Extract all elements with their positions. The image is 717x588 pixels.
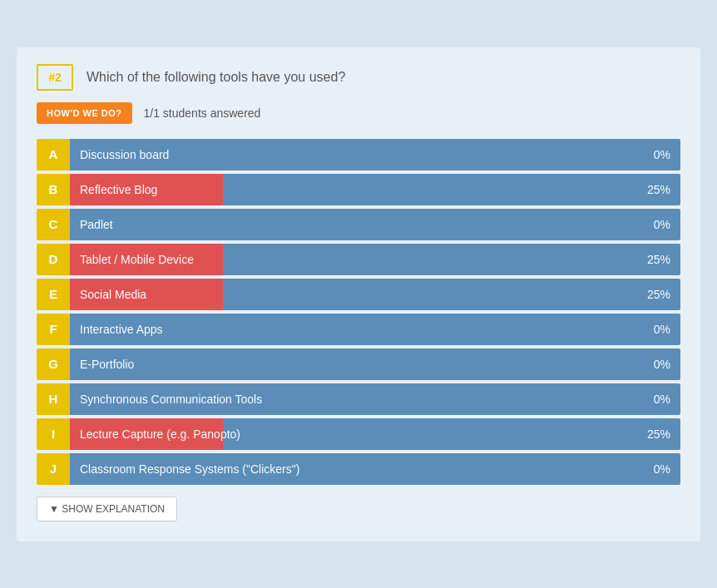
option-percent: 25% bbox=[647, 288, 670, 301]
option-row: HSynchronous Communication Tools0% bbox=[37, 383, 680, 415]
option-percent: 25% bbox=[647, 427, 670, 441]
option-bar: Lecture Capture (e.g. Panopto)25% bbox=[70, 418, 680, 450]
option-row: JClassroom Response Systems ("Clickers")… bbox=[37, 453, 680, 485]
option-letter: D bbox=[37, 244, 70, 275]
option-bar: Synchronous Communication Tools0% bbox=[70, 383, 680, 415]
option-bar: Padlet0% bbox=[70, 209, 680, 240]
option-row: BReflective Blog25% bbox=[37, 174, 680, 205]
option-bar: Discussion board0% bbox=[70, 139, 680, 170]
option-label: E-Portfolio bbox=[70, 358, 134, 371]
option-letter: F bbox=[37, 314, 70, 345]
option-label: Classroom Response Systems ("Clickers") bbox=[70, 462, 299, 476]
option-label: Discussion board bbox=[70, 148, 169, 161]
option-percent: 25% bbox=[647, 183, 670, 196]
option-percent: 25% bbox=[647, 253, 670, 266]
option-bar: Classroom Response Systems ("Clickers")0… bbox=[70, 453, 680, 485]
option-percent: 0% bbox=[654, 323, 670, 336]
option-row: GE-Portfolio0% bbox=[37, 348, 680, 380]
option-row: FInteractive Apps0% bbox=[37, 314, 680, 345]
option-label: Tablet / Mobile Device bbox=[70, 253, 194, 266]
stats-row: HOW'D WE DO? 1/1 students answered bbox=[37, 102, 680, 124]
question-text: Which of the following tools have you us… bbox=[87, 70, 345, 85]
option-letter: E bbox=[37, 279, 70, 310]
question-card: #2 Which of the following tools have you… bbox=[17, 47, 700, 541]
option-label: Synchronous Communication Tools bbox=[70, 393, 262, 406]
option-letter: I bbox=[37, 418, 70, 450]
option-percent: 0% bbox=[654, 393, 670, 406]
option-label: Padlet bbox=[70, 218, 113, 231]
option-row: CPadlet0% bbox=[37, 209, 680, 240]
option-percent: 0% bbox=[654, 358, 670, 371]
option-row: ESocial Media25% bbox=[37, 279, 680, 310]
option-bar: Interactive Apps0% bbox=[70, 314, 680, 345]
option-percent: 0% bbox=[654, 462, 670, 476]
option-bar: Tablet / Mobile Device25% bbox=[70, 244, 680, 275]
options-list: ADiscussion board0%BReflective Blog25%CP… bbox=[37, 139, 680, 485]
option-label: Lecture Capture (e.g. Panopto) bbox=[70, 427, 240, 441]
howd-we-do-button[interactable]: HOW'D WE DO? bbox=[37, 102, 132, 124]
option-letter: A bbox=[37, 139, 70, 170]
option-letter: H bbox=[37, 383, 70, 415]
option-letter: J bbox=[37, 453, 70, 485]
option-percent: 0% bbox=[654, 148, 670, 161]
option-bar: Reflective Blog25% bbox=[70, 174, 680, 205]
question-number: #2 bbox=[37, 64, 73, 91]
option-percent: 0% bbox=[654, 218, 670, 231]
option-label: Reflective Blog bbox=[70, 183, 157, 196]
option-letter: G bbox=[37, 348, 70, 380]
answered-text: 1/1 students answered bbox=[144, 106, 261, 120]
option-row: ILecture Capture (e.g. Panopto)25% bbox=[37, 418, 680, 450]
option-bar: Social Media25% bbox=[70, 279, 680, 310]
show-explanation-button[interactable]: ▼ SHOW EXPLANATION bbox=[37, 497, 177, 521]
option-letter: B bbox=[37, 174, 70, 205]
option-label: Social Media bbox=[70, 288, 146, 301]
option-label: Interactive Apps bbox=[70, 323, 163, 336]
option-bar: E-Portfolio0% bbox=[70, 348, 680, 380]
option-letter: C bbox=[37, 209, 70, 240]
option-row: DTablet / Mobile Device25% bbox=[37, 244, 680, 275]
option-row: ADiscussion board0% bbox=[37, 139, 680, 170]
question-header: #2 Which of the following tools have you… bbox=[37, 64, 680, 91]
